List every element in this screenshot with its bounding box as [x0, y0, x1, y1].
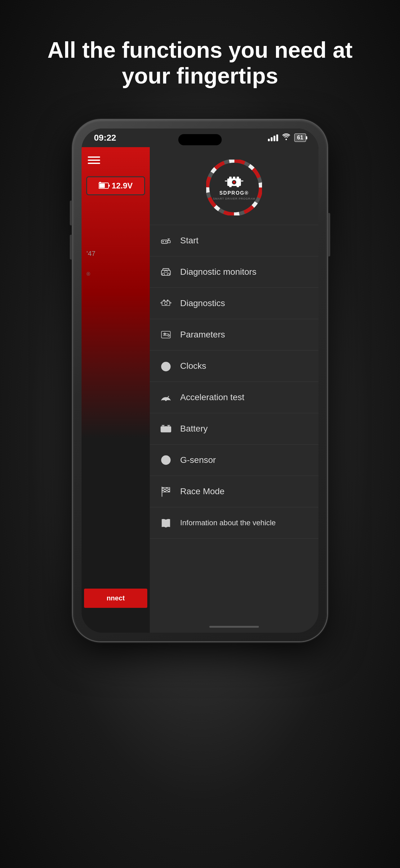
svg-rect-2 [109, 185, 110, 187]
phone-screen: 09:22 [81, 128, 319, 633]
menu-list: Start Diagnos [150, 225, 319, 633]
menu-item-g-sensor[interactable]: G-sensor [150, 444, 319, 475]
menu-label-acceleration-test: Acceleration test [180, 393, 244, 402]
svg-rect-31 [163, 300, 165, 301]
svg-rect-10 [240, 180, 243, 182]
status-icons: 61 [268, 133, 306, 142]
battery-level: 61 [297, 134, 303, 141]
menu-item-race-mode[interactable]: Race Mode [150, 475, 319, 507]
svg-rect-32 [167, 300, 169, 301]
menu-label-g-sensor: G-sensor [180, 455, 216, 465]
status-time: 09:22 [94, 133, 116, 143]
engine-menu-icon [159, 297, 173, 310]
svg-rect-69 [164, 491, 166, 492]
svg-rect-67 [162, 490, 164, 491]
headline: All the functions you need at your finge… [0, 37, 400, 89]
menu-item-battery[interactable]: Battery [150, 413, 319, 444]
main-menu-panel: SDPROG® SMART DRIVER PROGRAM [150, 147, 319, 633]
svg-rect-14 [229, 185, 232, 187]
svg-rect-13 [237, 177, 239, 179]
device-version: '47 [87, 250, 96, 258]
gauge-settings-icon [159, 328, 173, 341]
menu-item-acceleration-test[interactable]: Acceleration test [150, 381, 319, 413]
power-button [328, 213, 330, 256]
brand-name: SDPROG® [219, 190, 249, 196]
headline-line2: your fingertips [122, 63, 278, 88]
menu-item-start[interactable]: Start [150, 225, 319, 256]
svg-point-57 [165, 459, 167, 461]
volume-down-button [70, 235, 72, 259]
svg-rect-27 [165, 271, 167, 272]
menu-label-parameters: Parameters [180, 330, 225, 340]
svg-point-20 [165, 241, 167, 243]
phone-shell: 09:22 [73, 120, 327, 641]
volume-up-button [70, 200, 72, 225]
menu-item-vehicle-info[interactable]: Information about the vehicle [150, 507, 319, 538]
svg-rect-11 [229, 177, 232, 179]
battery-voltage-value: 12.9V [112, 181, 133, 191]
battery-voltage-widget: 12.9V [86, 176, 145, 195]
phone-mockup: 09:22 [73, 120, 327, 641]
battery-icon [99, 182, 110, 189]
menu-item-clocks[interactable]: Clocks [150, 350, 319, 381]
menu-label-battery: Battery [180, 424, 208, 434]
headline-line1: All the functions you need at [47, 37, 353, 62]
svg-rect-64 [166, 487, 168, 489]
battery-indicator: 61 [294, 133, 306, 142]
target-icon [159, 453, 173, 467]
svg-rect-29 [160, 302, 163, 303]
svg-rect-68 [166, 490, 168, 491]
book-icon [159, 516, 173, 530]
svg-rect-18 [162, 240, 168, 243]
car-front-icon [159, 265, 173, 279]
menu-label-race-mode: Race Mode [180, 487, 225, 496]
svg-point-44 [165, 399, 167, 401]
svg-rect-66 [168, 489, 170, 490]
dynamic-island [178, 134, 222, 145]
connect-button-label: nnect [107, 594, 125, 602]
menu-label-start: Start [180, 236, 198, 246]
svg-point-37 [168, 335, 169, 336]
svg-point-17 [233, 181, 235, 183]
svg-rect-63 [162, 487, 164, 489]
svg-rect-65 [164, 489, 166, 490]
svg-rect-70 [168, 491, 170, 492]
brand-subtext: SMART DRIVER PROGRAM [213, 197, 256, 200]
battery-car-icon [159, 422, 173, 436]
registered-mark: ® [87, 271, 90, 277]
acceleration-icon [159, 391, 173, 404]
car-plug-icon [159, 234, 173, 247]
svg-rect-21 [167, 241, 170, 243]
svg-point-33 [165, 302, 167, 305]
left-panel: 12.9V '47 ® nnect [81, 147, 150, 633]
speedometer-icon [159, 359, 173, 373]
menu-item-diagnostics[interactable]: Diagnostics [150, 287, 319, 319]
logo-area: SDPROG® SMART DRIVER PROGRAM [150, 147, 319, 225]
svg-rect-12 [233, 177, 235, 179]
svg-point-19 [163, 241, 164, 243]
logo-inner: SDPROG® SMART DRIVER PROGRAM [211, 164, 257, 211]
svg-rect-9 [225, 180, 228, 182]
checkered-flag-icon [159, 485, 173, 498]
signal-icon [268, 134, 278, 141]
logo-container: SDPROG® SMART DRIVER PROGRAM [206, 160, 262, 215]
svg-rect-1 [99, 183, 105, 188]
menu-label-clocks: Clocks [180, 361, 206, 371]
svg-rect-30 [169, 302, 171, 303]
menu-label-vehicle-info: Information about the vehicle [180, 518, 276, 527]
svg-rect-15 [237, 185, 239, 187]
menu-label-diagnostics: Diagnostics [180, 298, 225, 308]
menu-label-diagnostic-monitors: Diagnostic monitors [180, 267, 257, 277]
home-indicator [209, 626, 259, 628]
connect-button[interactable]: nnect [84, 589, 147, 608]
menu-item-diagnostic-monitors[interactable]: Diagnostic monitors [150, 256, 319, 287]
engine-icon [225, 175, 243, 189]
hamburger-menu[interactable] [81, 147, 150, 173]
menu-item-parameters[interactable]: Parameters [150, 319, 319, 350]
wifi-icon [282, 133, 291, 142]
